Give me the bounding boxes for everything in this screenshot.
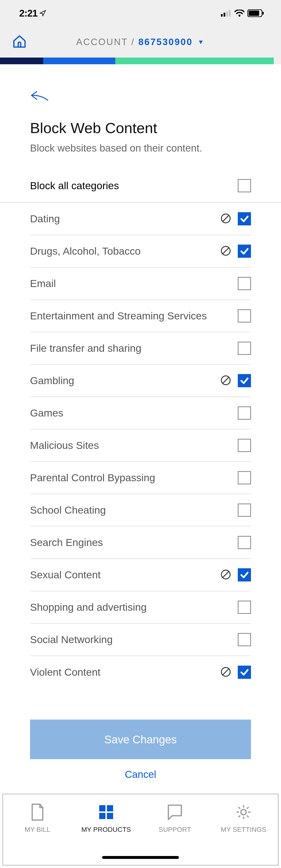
svg-line-11: [223, 248, 229, 254]
nav-support[interactable]: SUPPORT: [140, 803, 209, 865]
breadcrumb[interactable]: ACCOUNT / 867530900 ▼: [12, 37, 269, 47]
category-label: Violent Content: [30, 666, 101, 678]
app-header: ACCOUNT / 867530900 ▼: [0, 26, 281, 58]
svg-rect-3: [229, 10, 230, 17]
category-checkbox[interactable]: [238, 665, 251, 679]
svg-rect-2: [226, 11, 228, 17]
prohibited-icon: [221, 246, 231, 256]
category-checkbox[interactable]: [238, 601, 251, 614]
category-checkbox[interactable]: [238, 471, 251, 484]
category-label: Drugs, Alcohol, Tobacco: [30, 245, 141, 257]
nav-my-products[interactable]: MY PRODUCTS: [72, 803, 140, 865]
products-icon: [98, 804, 114, 820]
svg-rect-6: [249, 10, 259, 16]
category-row: Gambling: [30, 365, 251, 397]
category-checkbox[interactable]: [238, 277, 251, 290]
svg-line-17: [223, 669, 229, 675]
svg-rect-7: [262, 12, 264, 14]
back-button[interactable]: [30, 91, 251, 103]
category-label: Shopping and advertising: [30, 601, 146, 613]
nav-my-bill[interactable]: MY BILL: [3, 803, 72, 865]
category-block-indicator: [221, 569, 231, 581]
category-label: Malicious Sites: [30, 439, 99, 451]
category-checkbox[interactable]: [238, 309, 251, 322]
nav-my-settings[interactable]: MY SETTINGS: [209, 803, 278, 865]
category-checkbox[interactable]: [238, 568, 251, 582]
battery-icon: [247, 9, 264, 17]
cellular-signal-icon: [221, 10, 231, 17]
svg-rect-20: [99, 813, 106, 819]
status-time: 2:21: [19, 8, 46, 19]
category-row: File transfer and sharing: [30, 332, 251, 365]
cancel-button[interactable]: Cancel: [30, 769, 251, 780]
svg-rect-18: [99, 805, 106, 811]
chevron-down-icon: ▼: [198, 38, 205, 45]
time-text: 2:21: [19, 8, 37, 19]
category-row: Email: [30, 268, 251, 300]
category-row: Sexual Content: [30, 559, 251, 591]
category-label: Gambling: [30, 375, 74, 386]
prohibited-icon: [221, 666, 231, 677]
wifi-icon: [234, 9, 245, 17]
category-row: Malicious Sites: [30, 429, 251, 462]
main-content: Block Web Content Block websites based o…: [0, 91, 281, 780]
category-row: Search Engines: [30, 527, 251, 559]
category-label: Email: [30, 278, 56, 289]
category-row: Dating: [30, 203, 251, 235]
nav-label: MY BILL: [25, 826, 51, 834]
category-label: Sexual Content: [30, 569, 101, 581]
block-all-label: Block all categories: [30, 180, 119, 192]
category-row: Parental Control Bypassing: [30, 462, 251, 494]
bill-icon: [30, 803, 45, 821]
category-label: Parental Control Bypassing: [30, 472, 155, 484]
account-label: ACCOUNT /: [76, 37, 135, 47]
category-checkbox[interactable]: [238, 503, 251, 517]
svg-line-13: [223, 377, 229, 383]
category-checkbox[interactable]: [238, 342, 251, 355]
category-list: DatingDrugs, Alcohol, TobaccoEmailEntert…: [30, 203, 251, 688]
prohibited-icon: [221, 213, 231, 224]
category-checkbox[interactable]: [238, 245, 251, 258]
category-row: Social Networking: [30, 624, 251, 656]
page-subtitle: Block websites based on their content.: [30, 143, 251, 154]
bottom-nav: MY BILL MY PRODUCTS SUPPORT: [2, 794, 279, 866]
category-row: School Cheating: [30, 494, 251, 527]
progress-bar: [0, 58, 281, 64]
nav-label: MY PRODUCTS: [81, 826, 131, 834]
page-title: Block Web Content: [30, 119, 251, 136]
category-block-indicator: [221, 246, 231, 257]
save-button[interactable]: Save Changes: [30, 720, 251, 759]
category-label: Social Networking: [30, 634, 113, 646]
save-button-label: Save Changes: [104, 733, 177, 746]
category-checkbox[interactable]: [238, 633, 251, 646]
category-label: Search Engines: [30, 537, 103, 548]
svg-rect-21: [107, 813, 113, 819]
category-row: Violent Content: [30, 656, 251, 688]
category-block-indicator: [221, 666, 231, 678]
home-indicator[interactable]: [102, 856, 179, 859]
prohibited-icon: [221, 569, 231, 580]
category-checkbox[interactable]: [238, 406, 251, 420]
prohibited-icon: [221, 375, 231, 385]
category-label: School Cheating: [30, 504, 106, 516]
category-checkbox[interactable]: [238, 536, 251, 549]
location-arrow-icon: [39, 10, 46, 17]
svg-rect-19: [107, 805, 113, 811]
category-block-indicator: [221, 213, 231, 225]
status-bar: 2:21: [0, 0, 281, 26]
category-checkbox[interactable]: [238, 374, 251, 387]
category-label: Entertainment and Streaming Services: [30, 310, 207, 322]
category-row: Drugs, Alcohol, Tobacco: [30, 235, 251, 268]
settings-icon: [235, 804, 252, 820]
category-checkbox[interactable]: [238, 439, 251, 452]
svg-rect-0: [221, 14, 223, 17]
svg-rect-1: [224, 13, 225, 17]
nav-label: MY SETTINGS: [221, 826, 266, 834]
category-row: Games: [30, 397, 251, 429]
nav-label: SUPPORT: [159, 826, 191, 834]
category-row: Entertainment and Streaming Services: [30, 300, 251, 332]
block-all-checkbox[interactable]: [238, 179, 251, 192]
status-icons: [221, 9, 264, 17]
cancel-button-label: Cancel: [125, 769, 156, 780]
category-checkbox[interactable]: [238, 212, 251, 225]
